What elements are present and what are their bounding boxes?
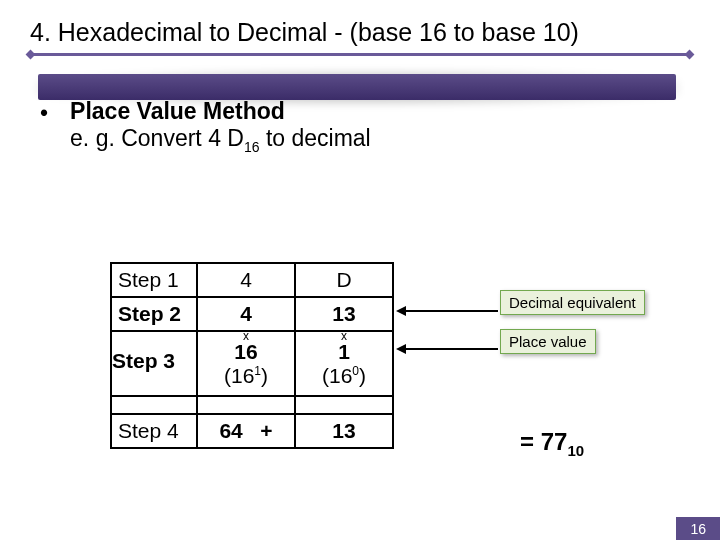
arrow-to-decimal-equiv	[398, 310, 498, 312]
step4-label: Step 4	[111, 414, 197, 448]
step2-col2: 13	[295, 297, 393, 331]
page-number: 16	[676, 517, 720, 540]
conversion-table: Step 1 4 D Step 2 4 13 Step 3 x 16 (161)…	[110, 262, 394, 449]
title-underline	[30, 53, 690, 56]
bullet-item: • Place Value Method e. g. Convert 4 D16…	[40, 98, 690, 155]
arrow-to-place-value	[398, 348, 498, 350]
slide-title: 4. Hexadecimal to Decimal - (base 16 to …	[0, 0, 720, 53]
result-text: = 7710	[520, 428, 584, 459]
step1-col1: 4	[197, 263, 295, 297]
label-decimal-equivalent: Decimal equivalent	[500, 290, 645, 315]
label-place-value: Place value	[500, 329, 596, 354]
step1-col2: D	[295, 263, 393, 297]
step1-label: Step 1	[111, 263, 197, 297]
step2-col1: 4	[197, 297, 295, 331]
step3-col1: x 16 (161)	[197, 331, 295, 395]
bullet-line-2: e. g. Convert 4 D16 to decimal	[70, 125, 371, 155]
step4-col1: 64 +	[197, 414, 295, 448]
decorative-band	[0, 74, 720, 102]
step3-col2: x 1 (160)	[295, 331, 393, 395]
step3-label: Step 3	[111, 331, 197, 395]
step4-col2: 13	[295, 414, 393, 448]
step2-label: Step 2	[111, 297, 197, 331]
